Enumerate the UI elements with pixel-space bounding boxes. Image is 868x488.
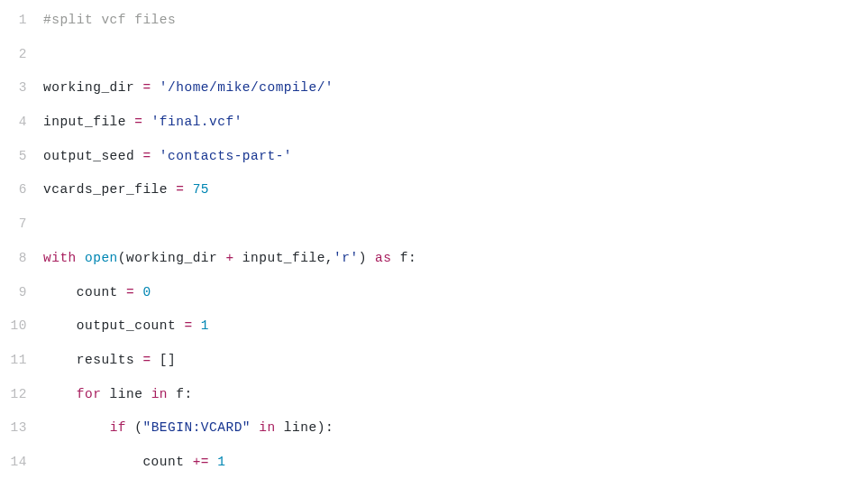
line-number: 14	[0, 446, 43, 480]
line-number: 3	[0, 71, 43, 106]
code-line: 9 count = 0	[0, 276, 868, 310]
code-token: with	[43, 251, 77, 265]
code-token: output_seed	[43, 149, 142, 163]
code-content: count += 1	[43, 446, 225, 480]
code-token: []	[151, 353, 177, 367]
code-token	[151, 80, 160, 95]
line-number: 5	[0, 140, 43, 174]
code-token: 'contacts-part-'	[160, 149, 292, 163]
code-line: 7	[0, 207, 868, 242]
code-token: input_file	[43, 115, 134, 129]
code-token: working_dir	[43, 80, 142, 95]
code-token: in	[259, 420, 275, 435]
code-token	[209, 455, 217, 469]
code-token: open	[85, 251, 118, 265]
code-token: (	[126, 420, 142, 435]
code-token: =	[142, 80, 151, 95]
code-token: +=	[193, 455, 209, 469]
code-token: line):	[276, 420, 333, 435]
line-number: 13	[0, 411, 43, 446]
code-token: 1	[217, 455, 225, 469]
line-number: 11	[0, 344, 43, 378]
code-line: 2	[0, 38, 868, 72]
line-number: 10	[0, 309, 43, 344]
code-token: =	[142, 353, 151, 367]
code-token	[77, 251, 85, 265]
code-token: vcards_per_file	[43, 182, 176, 197]
code-content: output_seed = 'contacts-part-'	[43, 140, 292, 174]
line-number: 9	[0, 276, 43, 310]
code-token: #split vcf files	[43, 13, 176, 27]
code-token: "BEGIN:VCARD"	[142, 420, 251, 435]
code-token: input_file,	[234, 251, 333, 265]
code-line: 5output_seed = 'contacts-part-'	[0, 140, 868, 174]
code-token: f:	[168, 387, 193, 401]
code-content: if ("BEGIN:VCARD" in line):	[43, 411, 333, 446]
code-line: 12 for line in f:	[0, 378, 868, 412]
code-content: output_count = 1	[43, 309, 209, 344]
code-token	[151, 149, 160, 163]
code-token: count	[43, 455, 193, 469]
code-line: 11 results = []	[0, 344, 868, 378]
code-token	[142, 115, 151, 129]
line-number: 7	[0, 207, 43, 242]
code-content: for line in f:	[43, 378, 193, 412]
code-token	[193, 318, 201, 333]
code-token: 1	[201, 318, 209, 333]
code-token	[43, 387, 77, 401]
code-token: count	[43, 285, 126, 299]
line-number: 1	[0, 4, 43, 38]
code-line: 13 if ("BEGIN:VCARD" in line):	[0, 411, 868, 446]
code-token	[251, 420, 259, 435]
code-token: 0	[142, 285, 151, 299]
code-line: 3working_dir = '/home/mike/compile/'	[0, 71, 868, 106]
code-content: with open(working_dir + input_file,'r') …	[43, 242, 416, 276]
code-token: +	[225, 251, 233, 265]
code-token: 'final.vcf'	[151, 115, 242, 129]
code-token	[184, 182, 192, 197]
code-line: 4input_file = 'final.vcf'	[0, 106, 868, 140]
code-line: 14 count += 1	[0, 446, 868, 480]
code-token: =	[142, 149, 151, 163]
code-line: 6vcards_per_file = 75	[0, 173, 868, 207]
code-block: 1#split vcf files23working_dir = '/home/…	[0, 0, 868, 480]
code-content: #split vcf files	[43, 4, 176, 38]
code-token: output_count	[43, 318, 184, 333]
code-content: input_file = 'final.vcf'	[43, 106, 242, 140]
code-content: count = 0	[43, 276, 151, 310]
code-content: vcards_per_file = 75	[43, 173, 209, 207]
code-token: if	[110, 420, 126, 435]
code-token: 75	[193, 182, 209, 197]
code-token	[43, 420, 110, 435]
code-token: line	[101, 387, 151, 401]
line-number: 12	[0, 378, 43, 412]
code-line: 8with open(working_dir + input_file,'r')…	[0, 242, 868, 276]
code-token: f:	[392, 251, 417, 265]
code-token: )	[359, 251, 375, 265]
code-token: =	[184, 318, 192, 333]
code-line: 10 output_count = 1	[0, 309, 868, 344]
line-number: 2	[0, 38, 43, 72]
code-token: results	[43, 353, 142, 367]
code-content: working_dir = '/home/mike/compile/'	[43, 71, 333, 106]
code-token: in	[151, 387, 168, 401]
line-number: 4	[0, 106, 43, 140]
line-number: 6	[0, 173, 43, 207]
code-token: as	[375, 251, 391, 265]
code-token: (working_dir	[118, 251, 226, 265]
code-token: '/home/mike/compile/'	[160, 80, 333, 95]
code-content: results = []	[43, 344, 176, 378]
code-token: 'r'	[333, 251, 359, 265]
code-token: for	[77, 387, 102, 401]
code-token: =	[126, 285, 134, 299]
line-number: 8	[0, 242, 43, 276]
code-line: 1#split vcf files	[0, 4, 868, 38]
